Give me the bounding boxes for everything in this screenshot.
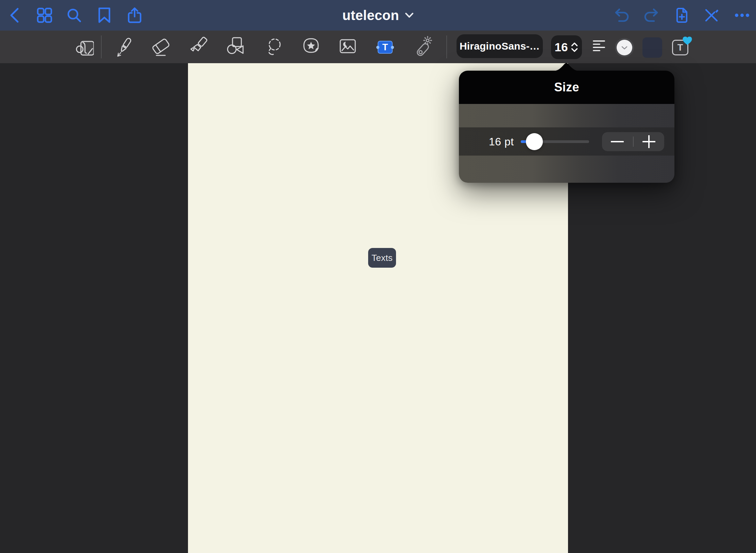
title-chevron-down-icon [405,12,414,18]
toolbar-divider [446,35,447,58]
size-decrease-button[interactable] [602,132,633,151]
minus-icon [611,135,624,148]
eraser-tool-button[interactable] [152,36,171,58]
laser-pointer-tool-button[interactable] [414,36,433,58]
font-family-label: HiraginoSans-… [460,40,540,52]
size-increase-button[interactable] [634,132,665,151]
lasso-tool-button[interactable] [265,36,284,58]
back-chevron-icon [7,7,22,23]
highlighter-tool-button[interactable] [189,36,208,58]
favorite-text-style-button[interactable]: T [671,35,698,58]
search-button[interactable] [66,7,82,23]
document-title-button[interactable]: utelecon [342,0,414,31]
size-stepper [602,132,664,151]
read-only-mode-button[interactable] [72,36,94,58]
goodnotes-app: utelecon [0,0,756,553]
font-size-value: 16 [555,40,568,54]
image-icon [338,36,357,58]
text-color-well-button[interactable] [615,38,634,57]
page-thumbnails-button[interactable] [36,7,53,23]
undo-button[interactable] [614,7,630,23]
document-title: utelecon [342,8,399,23]
plus-icon [642,135,655,148]
stickers-tool-button[interactable] [302,36,321,58]
more-ellipsis-icon [734,7,750,23]
navigation-bar: utelecon [0,0,756,31]
tool-bar: T HiraginoSans-… 16 [0,31,756,63]
back-button[interactable] [7,7,23,23]
toolbar-divider [101,35,102,58]
pen-tool-button[interactable] [116,36,135,58]
shapes-tool-button[interactable] [227,36,246,58]
stickers-icon [302,36,321,58]
align-left-icon [593,40,606,52]
thumbnails-grid-icon [37,7,52,23]
highlighter-icon [189,36,208,58]
size-slider-thumb[interactable] [526,133,543,150]
font-family-button[interactable]: HiraginoSans-… [457,34,543,58]
size-popover-title: Size [554,80,579,94]
search-icon [66,7,82,23]
add-page-button[interactable] [674,7,690,23]
favorite-heart-icon [682,36,692,46]
chevron-up-down-icon [571,42,578,53]
stylus-cross-icon [703,7,720,23]
size-slider-row: 16 pt [459,127,674,156]
redo-icon [643,7,659,23]
size-popover-body: 16 pt [459,104,674,183]
read-only-mode-icon [72,37,94,57]
image-tool-button[interactable] [338,36,357,58]
pen-icon [116,36,135,58]
bookmark-icon [96,7,113,23]
add-page-icon [674,7,690,23]
bookmark-button[interactable] [96,7,113,23]
text-selection-handle-right [391,46,394,49]
popover-arrow [553,61,579,71]
laser-pointer-icon [414,36,433,58]
share-button[interactable] [126,7,143,23]
text-background-swatch-button[interactable] [642,37,662,58]
size-popover: Size 16 pt [459,71,674,183]
stylus-toggle-button[interactable] [703,7,720,23]
size-popover-header: Size [459,71,674,104]
share-icon [126,7,143,23]
eraser-icon [152,36,171,58]
size-value-label: 16 pt [489,135,514,148]
text-align-button[interactable] [593,40,606,52]
color-well-icon [615,38,634,57]
text-tool-button[interactable]: T [378,41,393,54]
text-tool-letter: T [382,43,388,52]
lasso-icon [265,36,284,58]
redo-button[interactable] [643,7,659,23]
more-button[interactable] [734,7,750,23]
undo-icon [614,7,630,23]
shapes-icon [227,36,246,58]
text-selection-handle-left [376,46,379,49]
text-box-label: Texts [372,253,393,263]
font-size-button[interactable]: 16 [551,35,582,59]
text-box[interactable]: Texts [368,248,396,268]
